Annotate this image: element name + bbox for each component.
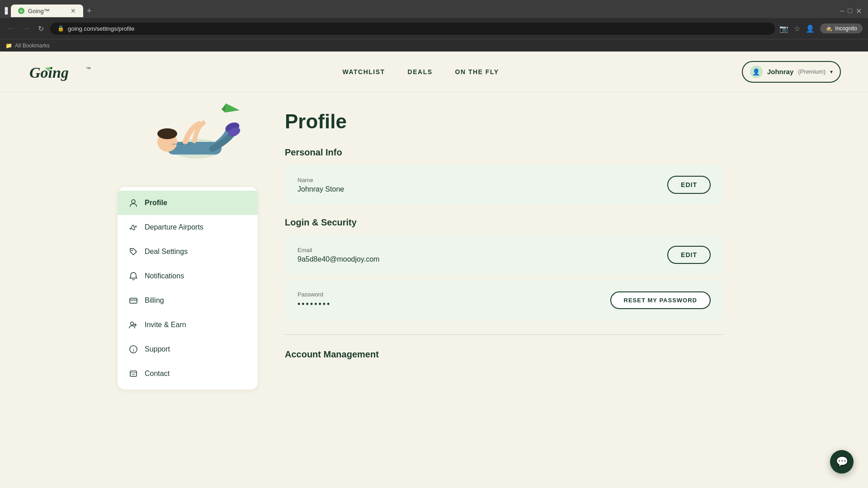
sidebar-item-invite-earn[interactable]: Invite & Earn: [118, 313, 258, 337]
sidebar-profile-label: Profile: [145, 199, 167, 207]
sidebar-departure-label: Departure Airports: [145, 223, 203, 231]
url-bar[interactable]: 🔒 going.com/settings/profile: [50, 23, 775, 35]
minimize-button[interactable]: –: [838, 5, 846, 17]
chevron-down-icon: ▾: [830, 69, 833, 75]
svg-point-8: [227, 126, 242, 138]
sidebar-item-billing[interactable]: Billing: [118, 288, 258, 313]
svg-point-12: [132, 250, 133, 251]
info-icon: i: [128, 344, 138, 354]
bookmarks-icon: 📁: [5, 42, 12, 49]
app-wrapper: Going ™ WATCHLIST DEALS ON THE FLY 👤 Joh…: [0, 52, 868, 488]
tab-favicon: G: [18, 8, 24, 14]
sidebar-illustration: [127, 79, 253, 178]
page-layout: Profile Departure Airports Deal Settings: [118, 92, 750, 399]
svg-text:Going: Going: [29, 64, 69, 81]
account-management-title: Account Management: [285, 349, 723, 360]
sidebar-contact-label: Contact: [145, 370, 170, 378]
user-name: Johnray: [767, 68, 793, 75]
email-info: Email 9a5d8e40@moodjoy.com: [297, 247, 379, 263]
section-divider: [285, 334, 723, 335]
chat-button[interactable]: 💬: [830, 450, 854, 474]
tab-close-button[interactable]: ✕: [71, 7, 76, 14]
svg-point-7: [224, 121, 241, 134]
logo-svg: Going ™: [27, 61, 99, 83]
sidebar-billing-label: Billing: [145, 296, 164, 305]
back-button[interactable]: ←: [5, 23, 16, 34]
svg-point-11: [132, 200, 135, 203]
new-tab-button[interactable]: +: [83, 6, 95, 16]
name-card: Name Johnray Stone EDIT: [285, 165, 723, 205]
on-the-fly-nav-link[interactable]: ON THE FLY: [455, 68, 499, 75]
sidebar-menu: Profile Departure Airports Deal Settings: [118, 187, 258, 389]
bell-icon: [128, 271, 138, 281]
svg-text:™: ™: [86, 66, 91, 71]
tab-bar: ‹ G Going™ ✕ + – □ ✕: [0, 0, 868, 18]
browser-actions: 📷 ☆ 👤 🕵 Incognito: [779, 23, 863, 33]
sidebar-item-departure-airports[interactable]: Departure Airports: [118, 215, 258, 239]
forward-button[interactable]: →: [21, 23, 32, 34]
tab-title: Going™: [28, 8, 50, 14]
bookmarks-label: All Bookmarks: [15, 42, 50, 49]
incognito-icon: 🕵: [826, 25, 832, 32]
login-security-section-title: Login & Security: [285, 217, 723, 228]
sidebar: Profile Departure Airports Deal Settings: [118, 92, 258, 399]
svg-marker-10: [222, 103, 226, 113]
reset-password-button[interactable]: RESET MY PASSWORD: [610, 291, 711, 309]
tab-scroll-left[interactable]: ‹: [5, 7, 8, 15]
sidebar-deal-settings-label: Deal Settings: [145, 248, 188, 256]
premium-badge: (Premium): [798, 68, 826, 75]
invite-icon: [128, 320, 138, 330]
sidebar-support-label: Support: [145, 345, 170, 353]
sidebar-invite-earn-label: Invite & Earn: [145, 321, 186, 329]
password-card: Password •••••••• RESET MY PASSWORD: [285, 280, 723, 320]
incognito-label: Incognito: [835, 25, 857, 32]
svg-marker-9: [225, 103, 240, 113]
billing-icon: [128, 296, 138, 305]
svg-point-3: [172, 139, 222, 159]
browser-chrome: ‹ G Going™ ✕ + – □ ✕ ← → ↻ 🔒 going.com/s…: [0, 0, 868, 52]
security-icon: 🔒: [57, 25, 64, 32]
sidebar-notifications-label: Notifications: [145, 272, 184, 280]
profile-icon[interactable]: 👤: [806, 24, 815, 33]
password-info: Password ••••••••: [297, 291, 331, 309]
contact-icon: [128, 369, 138, 379]
tag-icon: [128, 247, 138, 257]
user-menu[interactable]: 👤 Johnray (Premium) ▾: [742, 61, 841, 83]
edit-email-button[interactable]: EDIT: [667, 246, 711, 264]
watchlist-nav-link[interactable]: WATCHLIST: [342, 68, 385, 75]
sidebar-item-support[interactable]: i Support: [118, 337, 258, 361]
logo-area[interactable]: Going ™: [27, 61, 99, 83]
personal-info-section-title: Personal Info: [285, 147, 723, 158]
email-label: Email: [297, 247, 379, 253]
sidebar-item-profile[interactable]: Profile: [118, 191, 258, 215]
nav-links: WATCHLIST DEALS ON THE FLY: [342, 68, 499, 75]
reload-button[interactable]: ↻: [36, 23, 46, 35]
plane-icon: [128, 222, 138, 232]
sidebar-item-deal-settings[interactable]: Deal Settings: [118, 239, 258, 264]
profile-icon: [128, 198, 138, 208]
url-text: going.com/settings/profile: [68, 25, 134, 32]
svg-point-15: [131, 322, 134, 325]
close-window-button[interactable]: ✕: [854, 5, 863, 17]
name-info: Name Johnray Stone: [297, 177, 344, 193]
name-value: Johnray Stone: [297, 185, 344, 193]
sidebar-item-notifications[interactable]: Notifications: [118, 264, 258, 288]
email-card: Email 9a5d8e40@moodjoy.com EDIT: [285, 235, 723, 275]
bookmarks-bar: 📁 All Bookmarks: [0, 39, 868, 52]
active-tab[interactable]: G Going™ ✕: [11, 5, 83, 17]
deals-nav-link[interactable]: DEALS: [408, 68, 433, 75]
address-bar: ← → ↻ 🔒 going.com/settings/profile 📷 ☆ 👤…: [0, 18, 868, 39]
chat-icon: 💬: [836, 456, 848, 468]
name-label: Name: [297, 177, 344, 183]
incognito-button[interactable]: 🕵 Incognito: [820, 23, 863, 33]
sidebar-item-contact[interactable]: Contact: [118, 361, 258, 386]
svg-text:i: i: [133, 347, 134, 352]
svg-rect-4: [167, 142, 222, 155]
camera-icon[interactable]: 📷: [779, 24, 788, 33]
svg-rect-13: [130, 298, 137, 303]
restore-button[interactable]: □: [846, 5, 854, 17]
edit-name-button[interactable]: EDIT: [667, 176, 711, 194]
email-value: 9a5d8e40@moodjoy.com: [297, 255, 379, 263]
bookmark-icon[interactable]: ☆: [794, 24, 800, 33]
password-label: Password: [297, 291, 331, 298]
